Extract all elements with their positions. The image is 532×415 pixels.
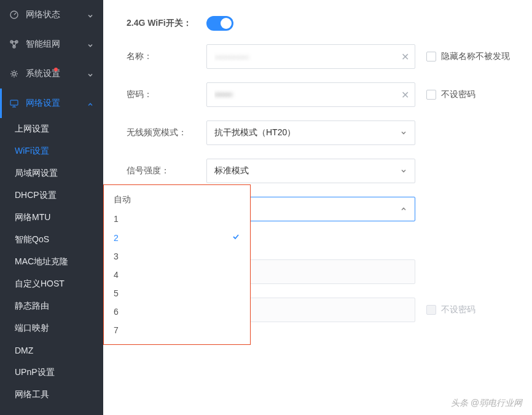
sidebar-item-smart-mesh[interactable]: 智能组网	[0, 30, 103, 59]
chevron-down-icon	[87, 70, 95, 77]
chevron-up-icon	[87, 100, 95, 107]
bandwidth-label: 无线频宽模式：	[127, 127, 206, 138]
channel-option[interactable]: 4	[104, 266, 250, 284]
hide-ssid-checkbox[interactable]	[426, 52, 436, 61]
signal-label: 信号强度：	[127, 165, 206, 176]
dashboard-icon	[9, 9, 20, 20]
clear-icon[interactable]: ✕	[401, 89, 409, 101]
watermark: 头条 @弱电行业网	[451, 398, 522, 409]
sub-item-internet[interactable]: 上网设置	[0, 118, 103, 140]
sub-item-static-route[interactable]: 静态路由	[0, 295, 103, 317]
wifi-switch-toggle[interactable]	[206, 16, 233, 31]
wifi-password-label: 密码：	[127, 89, 206, 100]
channel-option[interactable]: 3	[104, 247, 250, 266]
channel-option[interactable]: 自动	[104, 190, 250, 210]
nopass-label: 不设密码	[441, 89, 475, 100]
update-dot	[54, 68, 58, 71]
sub-item-mac-clone[interactable]: MAC地址克隆	[0, 251, 103, 273]
signal-value: 标准模式	[214, 165, 249, 176]
wifi-name-input[interactable]	[206, 44, 415, 69]
sidebar-item-network-status[interactable]: 网络状态	[0, 0, 103, 30]
sub-item-qos[interactable]: 智能QoS	[0, 229, 103, 251]
sub-item-mtu[interactable]: 网络MTU	[0, 207, 103, 229]
channel-option[interactable]: 7	[104, 321, 250, 339]
sub-item-lan[interactable]: 局域网设置	[0, 162, 103, 184]
sidebar-item-label: 网络设置	[26, 98, 87, 109]
signal-select[interactable]: 标准模式	[206, 159, 415, 183]
sidebar-item-system-settings[interactable]: 系统设置	[0, 59, 103, 89]
chevron-down-icon	[87, 11, 95, 18]
sub-item-upnp[interactable]: UPnP设置	[0, 362, 103, 384]
wifi-name-label: 名称：	[127, 51, 206, 62]
mesh-icon	[9, 39, 20, 50]
nopass-checkbox[interactable]	[426, 90, 436, 100]
check-icon	[232, 232, 240, 243]
chevron-down-icon	[87, 41, 95, 48]
chevron-down-icon	[400, 167, 407, 175]
sub-item-dmz[interactable]: DMZ	[0, 339, 103, 362]
sidebar-item-label: 智能组网	[26, 39, 87, 50]
sidebar-item-network-settings[interactable]: 网络设置	[0, 89, 103, 118]
guest-nopass-checkbox	[426, 305, 436, 315]
nopass-checkbox-wrap[interactable]: 不设密码	[426, 89, 475, 100]
wifi-switch-label: 2.4G WiFi开关：	[127, 18, 206, 29]
gear-icon	[9, 68, 20, 79]
sub-item-port-forward[interactable]: 端口映射	[0, 317, 103, 339]
clear-icon[interactable]: ✕	[401, 51, 409, 63]
sub-item-network-tools[interactable]: 网络工具	[0, 384, 103, 406]
guest-nopass-label: 不设密码	[441, 304, 475, 315]
chevron-down-icon	[400, 129, 407, 136]
wifi-password-input[interactable]	[206, 82, 415, 107]
svg-point-4	[13, 73, 16, 76]
sub-item-host[interactable]: 自定义HOST	[0, 273, 103, 295]
channel-option[interactable]: 1	[104, 210, 250, 228]
channel-option[interactable]: 6	[104, 302, 250, 321]
network-icon	[9, 98, 20, 109]
sidebar: 网络状态 智能组网 系统设置	[0, 0, 103, 415]
sidebar-submenu: 上网设置 WiFi设置 局域网设置 DHCP设置 网络MTU 智能QoS MAC…	[0, 118, 103, 406]
hide-ssid-label: 隐藏名称不被发现	[441, 51, 510, 62]
guest-nopass-checkbox-wrap: 不设密码	[426, 304, 475, 315]
channel-dropdown-list[interactable]: 自动1234567	[104, 190, 250, 339]
channel-option[interactable]: 5	[104, 284, 250, 302]
chevron-up-icon	[400, 205, 407, 213]
channel-option[interactable]: 2	[104, 228, 250, 247]
sub-item-dhcp[interactable]: DHCP设置	[0, 184, 103, 207]
bandwidth-select[interactable]: 抗干扰模式（HT20）	[206, 121, 415, 145]
sub-item-wifi[interactable]: WiFi设置	[0, 140, 103, 162]
bandwidth-value: 抗干扰模式（HT20）	[214, 127, 295, 138]
svg-rect-5	[10, 100, 18, 105]
channel-dropdown: 自动1234567	[103, 184, 251, 345]
sidebar-item-label: 网络状态	[26, 9, 87, 20]
hide-ssid-checkbox-wrap[interactable]: 隐藏名称不被发现	[426, 51, 510, 62]
